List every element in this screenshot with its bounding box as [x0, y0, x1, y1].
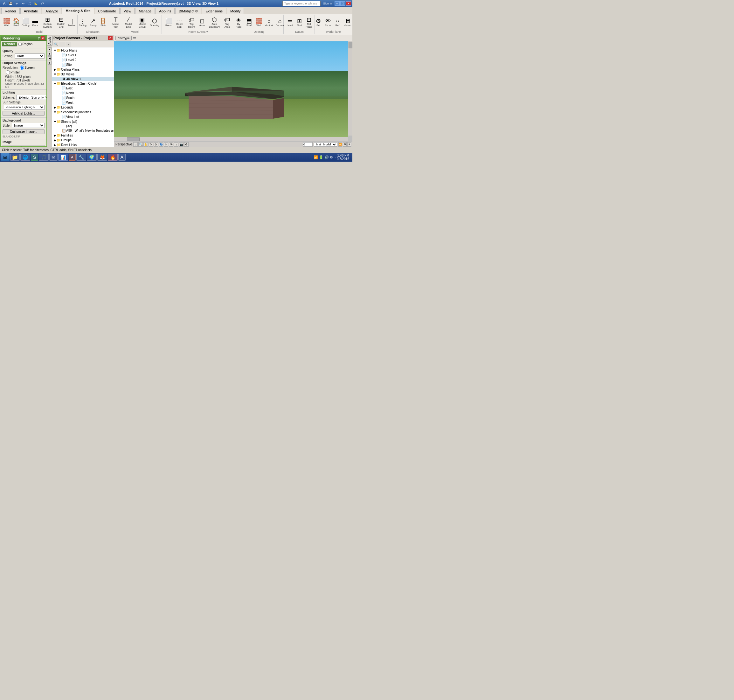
ribbon-btn-set[interactable]: ⚙Set — [314, 18, 323, 27]
settings-bottom-icon[interactable]: ⚙ — [343, 142, 346, 147]
tab-view[interactable]: View — [120, 8, 135, 14]
taskbar-app-4[interactable]: 🎵 — [39, 154, 48, 161]
scroll-up-btn[interactable]: ▲ — [48, 47, 51, 51]
ribbon-btn-grid[interactable]: ⊞Grid — [295, 18, 304, 27]
tab-annotate[interactable]: Annotate — [21, 8, 41, 14]
ribbon-btn-show[interactable]: 👁Show — [323, 18, 332, 27]
tree-east[interactable]: 📄 East — [52, 86, 114, 91]
nav-zoom-in[interactable]: 🔍 — [138, 142, 143, 147]
minimize-button[interactable]: ─ — [335, 1, 340, 6]
ribbon-btn-vertical[interactable]: ↕Vertical — [264, 18, 274, 27]
customize-image-btn[interactable]: Customize Image... — [3, 129, 44, 134]
tree-west[interactable]: 📄 West — [52, 100, 114, 105]
ribbon-btn-tag-room[interactable]: 🏷Tag Room — [186, 16, 197, 29]
taskbar-app-12[interactable]: A — [118, 154, 126, 161]
tree-schedules[interactable]: ▼ 📁 Schedules/Quantities — [52, 110, 114, 115]
browser-close-btn[interactable]: ✕ — [108, 36, 113, 40]
quick-access-undo[interactable]: ↩ — [14, 1, 20, 6]
render-panel-close[interactable]: ✕ — [41, 36, 44, 40]
tab-massing-site[interactable]: Massing & Site — [62, 8, 94, 14]
taskbar-app-11[interactable]: 🔥 — [108, 154, 117, 161]
browser-expand-btn[interactable]: + — [59, 42, 65, 47]
nav-walk[interactable]: 👣 — [159, 142, 163, 147]
maximize-button[interactable]: □ — [340, 1, 345, 6]
tree-floor-plans[interactable]: ▼ 📁 Floor Plans — [52, 48, 114, 53]
tree-level2[interactable]: 📄 Level 2 — [52, 57, 114, 62]
taskbar-app-5[interactable]: ✉ — [49, 154, 57, 161]
tree-3d-views[interactable]: ▼ 📁 3D Views — [52, 72, 114, 77]
search-input[interactable] — [282, 1, 321, 6]
ribbon-btn-room-sep[interactable]: ⋯Room Sep. — [174, 16, 185, 29]
edit-type-btn[interactable]: Edit Type — [116, 36, 132, 40]
render-help-icon[interactable]: ? — [38, 37, 40, 40]
taskbar-app-8[interactable]: 🔧 — [76, 154, 86, 161]
tab-addins[interactable]: Add-Ins — [156, 8, 175, 14]
tree-groups[interactable]: ▶ 📁 Groups — [52, 138, 114, 143]
tree-ceiling-plans[interactable]: ▶ 📁 Ceiling Plans — [52, 67, 114, 72]
tree-revit-links[interactable]: ▶ 📁 Revit Links — [52, 143, 114, 147]
scroll-next-btn[interactable]: ▶ — [48, 61, 51, 65]
tree-sheet-a99[interactable]: 📋 A99 - What's New in Templates and Cont… — [52, 128, 114, 133]
ribbon-btn-shaft[interactable]: ⬒Shaft — [245, 18, 254, 27]
ribbon-btn-curtain-system[interactable]: ⊞Curtain System — [40, 16, 55, 29]
quick-access-measure[interactable]: 📐 — [33, 1, 39, 6]
app-icon[interactable]: A — [1, 1, 7, 6]
tab-extensions[interactable]: Extensions — [202, 8, 226, 14]
tree-legends[interactable]: ▶ 📁 Legends — [52, 105, 114, 110]
nav-camera[interactable]: 📷 — [179, 142, 184, 147]
taskbar-app-1[interactable]: 📁 — [10, 154, 20, 161]
ribbon-btn-area[interactable]: ◻Area — [198, 18, 206, 27]
nav-home[interactable]: ⌂ — [133, 142, 138, 147]
quick-access-tag[interactable]: 🏷 — [40, 1, 45, 6]
ribbon-btn-stair[interactable]: 🪜Stair — [98, 18, 108, 27]
taskbar-app-3[interactable]: S — [31, 154, 38, 161]
nav-settings[interactable]: ⚙ — [184, 142, 189, 147]
tree-3d-view1[interactable]: 🖥 3D View 1 — [52, 77, 114, 81]
ribbon-btn-model-group[interactable]: ▣Model Group — [135, 16, 149, 29]
ribbon-btn-opening[interactable]: ⬡Opening — [150, 18, 160, 27]
taskbar-app-9[interactable]: 🌍 — [87, 154, 97, 161]
tree-elevations[interactable]: ▼ 📁 Elevations (1:2mm Circle) — [52, 81, 114, 86]
scrollbar-thumb-h[interactable] — [127, 137, 139, 141]
ribbon-btn-area-boundary[interactable]: ⬡Area Boundary — [207, 16, 222, 29]
ribbon-btn-room[interactable]: ⬜Room — [164, 18, 173, 27]
ribbon-btn-dormer[interactable]: ⌂Dormer — [275, 18, 285, 27]
browser-search-btn[interactable]: 🔍 — [53, 42, 59, 47]
taskbar-app-6[interactable]: 📊 — [58, 154, 68, 161]
settings-tray-icon[interactable]: ⚙ — [330, 155, 333, 159]
tab-collaborate[interactable]: Collaborate — [95, 8, 120, 14]
tab-analyze[interactable]: Analyze — [42, 8, 62, 14]
tab-render[interactable]: Render — [1, 8, 20, 14]
screen-radio[interactable] — [20, 66, 24, 70]
tree-site[interactable]: 📄 Site — [52, 62, 114, 67]
quick-access-redo[interactable]: ↪ — [21, 1, 26, 6]
quality-setting-select[interactable]: Draft — [15, 53, 44, 59]
ribbon-btn-ceiling[interactable]: ⬜Ceiling — [21, 18, 30, 27]
ribbon-btn-curtain-grid[interactable]: ⊟Curtain Grid — [55, 16, 67, 29]
ribbon-btn-wall-open[interactable]: 🧱Wall — [254, 18, 263, 27]
scrollbar-thumb-v[interactable] — [349, 42, 352, 49]
ribbon-btn-mullion[interactable]: |Mullion — [68, 18, 76, 27]
left-panel-collapse[interactable]: Apply ▲ ▼ ◀ ▶ — [47, 35, 52, 147]
start-button[interactable]: ⊞ — [1, 153, 10, 161]
ribbon-btn-railing[interactable]: ⋮Railing — [78, 18, 88, 27]
ribbon-btn-wall[interactable]: 🧱Wall — [2, 18, 11, 27]
ribbon-btn-roof[interactable]: 🏠Roof — [12, 18, 21, 27]
tree-north[interactable]: 📄 North — [52, 91, 114, 96]
3d-scene[interactable] — [114, 41, 352, 141]
ribbon-btn-floor[interactable]: ▬Floor — [31, 18, 40, 27]
scroll-prev-btn[interactable]: ◀ — [48, 56, 51, 60]
lighting-scheme-select[interactable]: Exterior: Sun only — [16, 95, 47, 100]
tree-view-list[interactable]: 📄 View List — [52, 115, 114, 119]
view-scrollbar-v[interactable] — [348, 41, 352, 135]
sun-bottom-icon[interactable]: ☀ — [347, 142, 351, 147]
ribbon-btn-model-line[interactable]: ∕Model Line — [122, 16, 135, 29]
tab-bimobject[interactable]: BIMobject ® — [175, 8, 201, 14]
browser-collapse-btn[interactable]: - — [66, 42, 71, 47]
tab-modify[interactable]: Modify — [227, 8, 244, 14]
nav-fly[interactable]: ✈ — [164, 142, 168, 147]
adjust-exposure-btn[interactable]: Adjust Exposure... — [3, 145, 44, 147]
taskbar-app-2[interactable]: 🌐 — [21, 154, 30, 161]
close-button[interactable]: ✕ — [346, 1, 351, 6]
ribbon-btn-ramp[interactable]: ↗Ramp — [88, 18, 98, 27]
